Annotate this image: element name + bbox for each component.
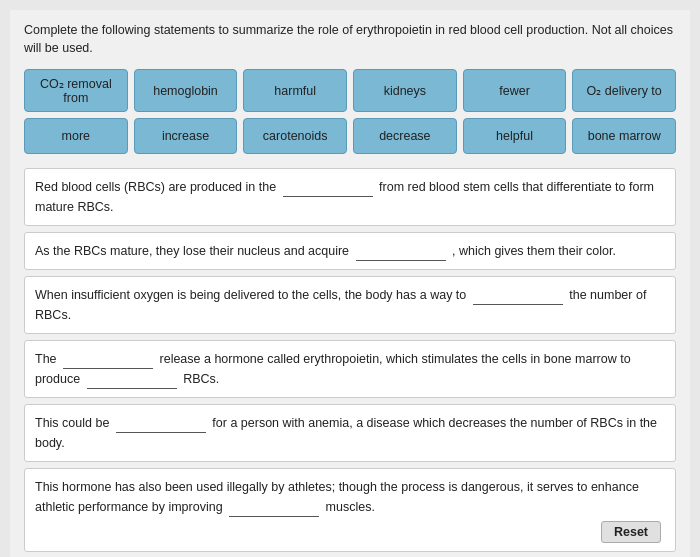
tile-hemoglobin[interactable]: hemoglobin <box>134 69 238 112</box>
tile-increase[interactable]: increase <box>134 118 238 154</box>
tile-decrease[interactable]: decrease <box>353 118 457 154</box>
instructions-text: Complete the following statements to sum… <box>24 22 676 57</box>
tile-carotenoids[interactable]: carotenoids <box>243 118 347 154</box>
word-row-1: CO₂ removal from hemoglobin harmful kidn… <box>24 69 676 112</box>
reset-button[interactable]: Reset <box>601 521 661 543</box>
stmt4-after: RBCs. <box>183 372 219 386</box>
tile-co2[interactable]: CO₂ removal from <box>24 69 128 112</box>
statement-3: When insufficient oxygen is being delive… <box>24 276 676 334</box>
blank-4a[interactable] <box>63 353 153 369</box>
tile-bonemarrow[interactable]: bone marrow <box>572 118 676 154</box>
statement-5: This could be for a person with anemia, … <box>24 404 676 462</box>
blank-5[interactable] <box>116 417 206 433</box>
statement-6: This hormone has also been used illegall… <box>24 468 676 552</box>
blank-4b[interactable] <box>87 373 177 389</box>
stmt5-before: This could be <box>35 416 109 430</box>
stmt3-before: When insufficient oxygen is being delive… <box>35 288 466 302</box>
stmt1-before: Red blood cells (RBCs) are produced in t… <box>35 180 276 194</box>
blank-3[interactable] <box>473 289 563 305</box>
tile-o2delivery[interactable]: O₂ delivery to <box>572 69 676 112</box>
blank-6[interactable] <box>229 501 319 517</box>
tile-fewer[interactable]: fewer <box>463 69 567 112</box>
main-container: Complete the following statements to sum… <box>10 10 690 557</box>
blank-2[interactable] <box>356 245 446 261</box>
statement-4: The release a hormone called erythropoie… <box>24 340 676 398</box>
statement-1: Red blood cells (RBCs) are produced in t… <box>24 168 676 226</box>
stmt4-before: The <box>35 352 57 366</box>
word-bank: CO₂ removal from hemoglobin harmful kidn… <box>24 69 676 154</box>
tile-harmful[interactable]: harmful <box>243 69 347 112</box>
tile-kidneys[interactable]: kidneys <box>353 69 457 112</box>
blank-1[interactable] <box>283 181 373 197</box>
reset-row: Reset <box>35 521 665 543</box>
stmt2-before: As the RBCs mature, they lose their nucl… <box>35 244 349 258</box>
statements-area: Red blood cells (RBCs) are produced in t… <box>24 168 676 552</box>
stmt2-after: , which gives them their color. <box>452 244 616 258</box>
stmt6-after: muscles. <box>326 500 375 514</box>
tile-helpful[interactable]: helpful <box>463 118 567 154</box>
word-row-2: more increase carotenoids decrease helpf… <box>24 118 676 154</box>
tile-more[interactable]: more <box>24 118 128 154</box>
statement-2: As the RBCs mature, they lose their nucl… <box>24 232 676 270</box>
